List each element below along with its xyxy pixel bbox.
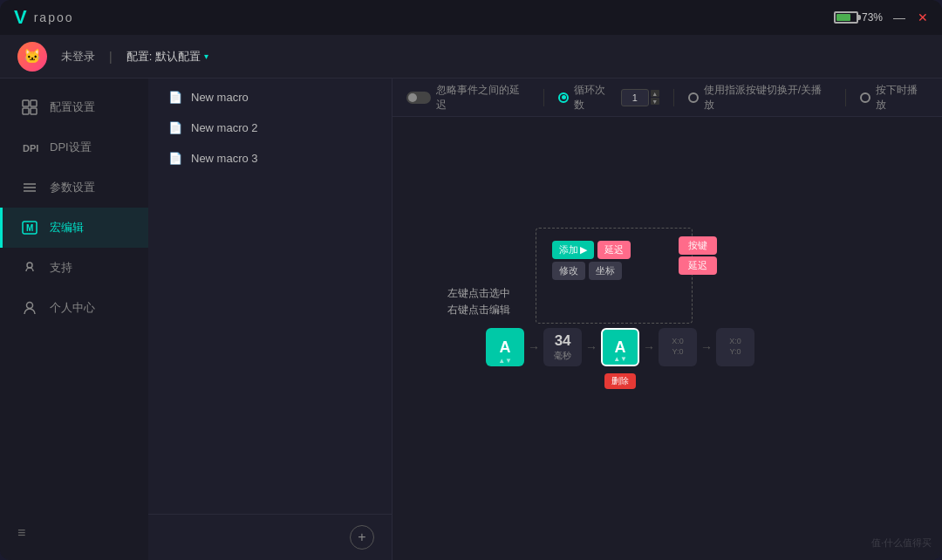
node-coord-2[interactable]: X:0 Y:0 <box>716 328 754 366</box>
battery-indicator: 73% <box>834 11 883 24</box>
node-delay-34[interactable]: 34 毫秒 <box>543 328 582 366</box>
config-selector[interactable]: 配置: 默认配置 ▾ <box>126 49 208 65</box>
ctx-row-1: 添加 ▶ 延迟 <box>552 241 631 259</box>
toolbar-sep-3 <box>845 89 846 106</box>
macro-list: 📄 New macro 📄 New macro 2 📄 New macro 3 <box>148 79 392 514</box>
node-key-a1[interactable]: A ▲▼ <box>486 328 524 366</box>
sidebar-item-profile[interactable]: 个人中心 <box>0 288 148 328</box>
key-label-1: A <box>500 338 511 357</box>
ctx-delay-button-2[interactable]: 延迟 <box>679 256 717 275</box>
node-row: A ▲▼ → 34 毫秒 → A ▲▼ <box>486 328 754 366</box>
key-popup: 按键 延迟 <box>679 236 717 275</box>
ctx-coords-button[interactable]: 坐标 <box>589 262 622 280</box>
delay-toggle[interactable] <box>406 92 431 104</box>
delegate-radio[interactable] <box>688 92 699 103</box>
info-label: 左键点击选中 右键点击编辑 <box>447 285 510 318</box>
watermark: 值·什么值得买 <box>871 536 932 550</box>
context-popup: 添加 ▶ 延迟 修改 坐标 <box>552 241 631 280</box>
loop-radio[interactable] <box>558 92 569 103</box>
headerbar: 🐱 未登录 | 配置: 默认配置 ▾ <box>0 35 942 79</box>
node-active-container: A ▲▼ 删除 <box>601 328 639 366</box>
minimize-button[interactable]: — <box>893 10 905 24</box>
header-separator: | <box>109 50 113 64</box>
svg-rect-3 <box>31 108 37 114</box>
toolbar-sep-2 <box>673 89 674 106</box>
macro-item-3[interactable]: 📄 New macro 3 <box>148 143 392 174</box>
logo-v-icon: V <box>14 6 27 29</box>
sidebar-label-dpi: DPI设置 <box>50 140 92 155</box>
node-coord-1[interactable]: X:0 Y:0 <box>659 328 697 366</box>
delay-label: 忽略事件之间的延迟 <box>436 83 529 113</box>
main-layout: 配置设置 DPI DPI设置 参数设置 <box>0 79 942 560</box>
coord1-y: Y:0 <box>672 347 684 358</box>
file-icon-2: 📄 <box>168 121 182 134</box>
spinner-up[interactable]: ▲ <box>651 90 659 97</box>
macro-name-2: New macro 2 <box>191 121 258 134</box>
sidebar-item-config[interactable]: 配置设置 <box>0 87 148 127</box>
sidebar-item-macro[interactable]: M 宏编辑 <box>0 208 148 248</box>
macro-name-3: New macro 3 <box>191 152 258 165</box>
editor-panel: 忽略事件之间的延迟 循环次数 1 ▲ ▼ <box>392 79 942 560</box>
battery-fill <box>836 14 850 21</box>
ctx-row-2: 修改 坐标 <box>552 262 631 280</box>
add-macro-button[interactable]: + <box>350 525 374 550</box>
key-sub-1: ▲▼ <box>498 357 512 365</box>
chevron-down-icon: ▾ <box>204 51 208 61</box>
delete-button[interactable]: 删除 <box>604 373 636 389</box>
titlebar-right: 73% — ✕ <box>834 10 928 24</box>
info-line1: 左键点击选中 <box>447 287 510 299</box>
user-avatar: 🐱 <box>17 42 47 72</box>
node-arrow-2: → <box>585 340 597 354</box>
spinner-down[interactable]: ▼ <box>651 98 659 105</box>
sidebar-item-params[interactable]: 参数设置 <box>0 167 148 208</box>
sidebar-label-config: 配置设置 <box>50 99 95 115</box>
delay-value: 34 <box>555 332 571 350</box>
titlebar: V rapoo 73% — ✕ <box>0 0 942 35</box>
loop-label: 循环次数 <box>574 83 616 113</box>
svg-rect-0 <box>23 100 29 106</box>
node-arrow-1: → <box>528 340 540 354</box>
editor-toolbar: 忽略事件之间的延迟 循环次数 1 ▲ ▼ <box>392 79 942 117</box>
battery-percent: 73% <box>862 11 883 24</box>
sidebar-item-support[interactable]: 支持 <box>0 248 148 288</box>
hold-radio[interactable] <box>860 92 870 103</box>
sidebar: 配置设置 DPI DPI设置 参数设置 <box>0 79 148 560</box>
svg-text:M: M <box>26 223 33 233</box>
titlebar-left: V rapoo <box>14 6 74 29</box>
sidebar-label-support: 支持 <box>50 260 72 276</box>
key-sub-2: ▲▼ <box>613 355 627 363</box>
coord2-x: X:0 <box>729 337 741 347</box>
sidebar-expand-button[interactable]: ≡ <box>0 515 148 551</box>
loop-count-input[interactable]: 1 <box>621 89 649 106</box>
ctx-delay-button[interactable]: 延迟 <box>597 241 631 259</box>
battery-icon <box>834 11 858 24</box>
ctx-add-button[interactable]: 添加 ▶ <box>552 241 594 259</box>
support-icon <box>20 258 39 277</box>
info-line2: 右键点击编辑 <box>447 304 510 316</box>
coord1-x: X:0 <box>672 337 684 347</box>
svg-point-11 <box>27 303 33 309</box>
macro-item-1[interactable]: 📄 New macro <box>148 82 392 113</box>
sidebar-item-dpi[interactable]: DPI DPI设置 <box>0 127 148 167</box>
coord2-y: Y:0 <box>730 347 741 358</box>
toolbar-sep-1 <box>543 89 544 106</box>
macro-item-2[interactable]: 📄 New macro 2 <box>148 113 392 143</box>
node-key-a2[interactable]: A ▲▼ <box>601 328 639 366</box>
hold-label: 按下时播放 <box>876 83 928 113</box>
profile-icon <box>20 298 39 318</box>
editor-canvas[interactable]: 左键点击选中 右键点击编辑 添加 ▶ 延迟 <box>392 117 942 560</box>
delay-toggle-item: 忽略事件之间的延迟 <box>406 83 529 113</box>
loop-count-spinner: ▲ ▼ <box>651 90 659 105</box>
config-icon <box>20 98 39 117</box>
login-status: 未登录 <box>61 49 95 65</box>
ctx-key-button[interactable]: 按键 <box>679 236 717 255</box>
close-button[interactable]: ✕ <box>918 10 928 24</box>
ctx-modify-button[interactable]: 修改 <box>552 262 585 280</box>
svg-point-10 <box>27 263 32 268</box>
node-arrow-4: → <box>700 340 713 354</box>
sidebar-label-macro: 宏编辑 <box>50 220 84 236</box>
file-icon-3: 📄 <box>168 152 182 165</box>
macro-list-panel: 📄 New macro 📄 New macro 2 📄 New macro 3 … <box>148 79 392 560</box>
toggle-knob <box>408 93 417 102</box>
sidebar-spacer <box>0 328 148 515</box>
